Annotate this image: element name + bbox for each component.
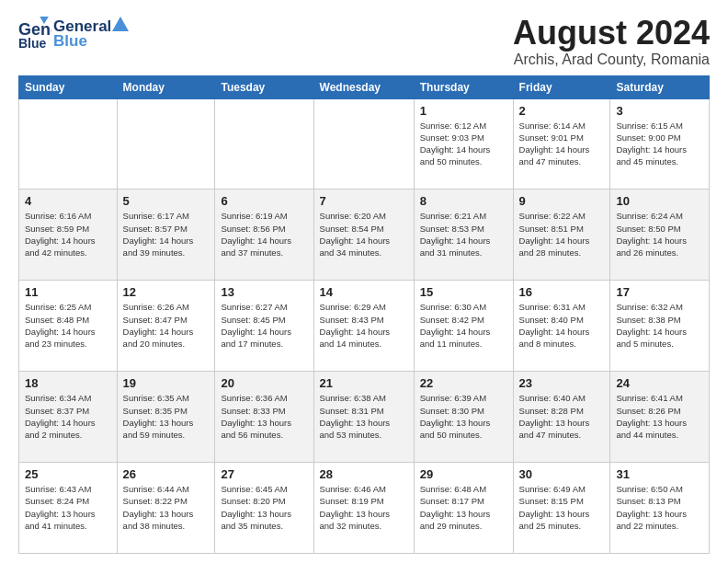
day-info: Sunrise: 6:12 AM Sunset: 9:03 PM Dayligh… (420, 120, 507, 168)
day-number: 30 (519, 467, 605, 481)
calendar-cell: 6Sunrise: 6:19 AM Sunset: 8:56 PM Daylig… (215, 190, 313, 281)
day-number: 29 (420, 467, 507, 481)
month-title: August 2024 (513, 15, 710, 52)
day-info: Sunrise: 6:36 AM Sunset: 8:33 PM Dayligh… (221, 392, 307, 441)
day-number: 13 (221, 285, 307, 299)
week-row-4: 18Sunrise: 6:34 AM Sunset: 8:37 PM Dayli… (19, 372, 710, 463)
day-number: 1 (420, 104, 507, 118)
location-title: Archis, Arad County, Romania (513, 52, 710, 68)
day-number: 3 (616, 104, 703, 118)
calendar-cell: 5Sunrise: 6:17 AM Sunset: 8:57 PM Daylig… (117, 190, 215, 281)
weekday-header-friday: Friday (513, 75, 610, 98)
day-number: 27 (221, 467, 307, 481)
week-row-3: 11Sunrise: 6:25 AM Sunset: 8:48 PM Dayli… (19, 281, 710, 372)
calendar-cell (117, 98, 215, 190)
calendar-cell: 17Sunrise: 6:32 AM Sunset: 8:38 PM Dayli… (610, 281, 710, 372)
week-row-5: 25Sunrise: 6:43 AM Sunset: 8:24 PM Dayli… (19, 463, 710, 554)
day-info: Sunrise: 6:40 AM Sunset: 8:28 PM Dayligh… (519, 392, 605, 441)
weekday-header-tuesday: Tuesday (215, 75, 313, 98)
day-info: Sunrise: 6:39 AM Sunset: 8:30 PM Dayligh… (420, 392, 507, 441)
day-number: 17 (616, 285, 703, 299)
calendar-cell: 18Sunrise: 6:34 AM Sunset: 8:37 PM Dayli… (19, 372, 118, 463)
calendar-cell: 27Sunrise: 6:45 AM Sunset: 8:20 PM Dayli… (215, 463, 313, 554)
day-info: Sunrise: 6:50 AM Sunset: 8:13 PM Dayligh… (616, 483, 703, 532)
week-row-2: 4Sunrise: 6:16 AM Sunset: 8:59 PM Daylig… (19, 190, 710, 281)
day-number: 18 (25, 376, 111, 390)
day-number: 7 (320, 194, 408, 208)
weekday-header-row: SundayMondayTuesdayWednesdayThursdayFrid… (19, 75, 710, 98)
day-info: Sunrise: 6:45 AM Sunset: 8:20 PM Dayligh… (221, 483, 307, 532)
day-number: 14 (320, 285, 408, 299)
weekday-header-saturday: Saturday (610, 75, 710, 98)
logo-icon: General Blue (18, 17, 51, 50)
weekday-header-monday: Monday (117, 75, 215, 98)
day-number: 12 (123, 285, 210, 299)
calendar-cell: 3Sunrise: 6:15 AM Sunset: 9:00 PM Daylig… (610, 98, 710, 190)
day-info: Sunrise: 6:34 AM Sunset: 8:37 PM Dayligh… (25, 392, 111, 441)
calendar-cell: 15Sunrise: 6:30 AM Sunset: 8:42 PM Dayli… (414, 281, 513, 372)
weekday-header-thursday: Thursday (414, 75, 513, 98)
day-info: Sunrise: 6:20 AM Sunset: 8:54 PM Dayligh… (320, 210, 408, 259)
day-number: 19 (123, 376, 210, 390)
calendar-cell: 23Sunrise: 6:40 AM Sunset: 8:28 PM Dayli… (513, 372, 610, 463)
day-info: Sunrise: 6:35 AM Sunset: 8:35 PM Dayligh… (123, 392, 210, 441)
calendar-cell: 2Sunrise: 6:14 AM Sunset: 9:01 PM Daylig… (513, 98, 610, 190)
calendar-cell (313, 98, 414, 190)
day-info: Sunrise: 6:46 AM Sunset: 8:19 PM Dayligh… (320, 483, 408, 532)
calendar-cell: 31Sunrise: 6:50 AM Sunset: 8:13 PM Dayli… (610, 463, 710, 554)
calendar-cell: 13Sunrise: 6:27 AM Sunset: 8:45 PM Dayli… (215, 281, 313, 372)
calendar-cell: 9Sunrise: 6:22 AM Sunset: 8:51 PM Daylig… (513, 190, 610, 281)
svg-text:Blue: Blue (18, 36, 47, 50)
weekday-header-sunday: Sunday (19, 75, 118, 98)
logo: General Blue General Blue (18, 15, 129, 53)
calendar-cell: 16Sunrise: 6:31 AM Sunset: 8:40 PM Dayli… (513, 281, 610, 372)
day-number: 21 (320, 376, 408, 390)
calendar-cell: 29Sunrise: 6:48 AM Sunset: 8:17 PM Dayli… (414, 463, 513, 554)
day-info: Sunrise: 6:31 AM Sunset: 8:40 PM Dayligh… (519, 301, 605, 350)
day-info: Sunrise: 6:30 AM Sunset: 8:42 PM Dayligh… (420, 301, 507, 350)
day-number: 16 (519, 285, 605, 299)
day-number: 31 (616, 467, 703, 481)
day-number: 11 (25, 285, 111, 299)
calendar-cell: 19Sunrise: 6:35 AM Sunset: 8:35 PM Dayli… (117, 372, 215, 463)
day-info: Sunrise: 6:25 AM Sunset: 8:48 PM Dayligh… (25, 301, 111, 350)
day-info: Sunrise: 6:38 AM Sunset: 8:31 PM Dayligh… (320, 392, 408, 441)
calendar-cell: 24Sunrise: 6:41 AM Sunset: 8:26 PM Dayli… (610, 372, 710, 463)
day-info: Sunrise: 6:14 AM Sunset: 9:01 PM Dayligh… (519, 120, 605, 168)
day-number: 20 (221, 376, 307, 390)
day-number: 10 (616, 194, 703, 208)
calendar-cell (19, 98, 118, 190)
day-number: 23 (519, 376, 605, 390)
calendar-cell: 1Sunrise: 6:12 AM Sunset: 9:03 PM Daylig… (414, 98, 513, 190)
day-info: Sunrise: 6:15 AM Sunset: 9:00 PM Dayligh… (616, 120, 703, 168)
day-number: 8 (420, 194, 507, 208)
calendar-cell (215, 98, 313, 190)
day-number: 15 (420, 285, 507, 299)
day-info: Sunrise: 6:16 AM Sunset: 8:59 PM Dayligh… (25, 210, 111, 259)
calendar-cell: 20Sunrise: 6:36 AM Sunset: 8:33 PM Dayli… (215, 372, 313, 463)
day-info: Sunrise: 6:49 AM Sunset: 8:15 PM Dayligh… (519, 483, 605, 532)
calendar-cell: 14Sunrise: 6:29 AM Sunset: 8:43 PM Dayli… (313, 281, 414, 372)
calendar-cell: 12Sunrise: 6:26 AM Sunset: 8:47 PM Dayli… (117, 281, 215, 372)
header: General Blue General Blue August 2024 Ar… (18, 15, 710, 68)
day-info: Sunrise: 6:32 AM Sunset: 8:38 PM Dayligh… (616, 301, 703, 350)
day-number: 6 (221, 194, 307, 208)
day-info: Sunrise: 6:21 AM Sunset: 8:53 PM Dayligh… (420, 210, 507, 259)
day-info: Sunrise: 6:24 AM Sunset: 8:50 PM Dayligh… (616, 210, 703, 259)
day-number: 26 (123, 467, 210, 481)
day-number: 24 (616, 376, 703, 390)
calendar-cell: 10Sunrise: 6:24 AM Sunset: 8:50 PM Dayli… (610, 190, 710, 281)
svg-marker-3 (112, 17, 129, 31)
day-info: Sunrise: 6:29 AM Sunset: 8:43 PM Dayligh… (320, 301, 408, 350)
logo-triangle-icon (112, 17, 129, 31)
day-number: 9 (519, 194, 605, 208)
calendar-cell: 11Sunrise: 6:25 AM Sunset: 8:48 PM Dayli… (19, 281, 118, 372)
calendar-cell: 8Sunrise: 6:21 AM Sunset: 8:53 PM Daylig… (414, 190, 513, 281)
day-number: 4 (25, 194, 111, 208)
day-number: 28 (320, 467, 408, 481)
calendar-cell: 26Sunrise: 6:44 AM Sunset: 8:22 PM Dayli… (117, 463, 215, 554)
calendar-cell: 21Sunrise: 6:38 AM Sunset: 8:31 PM Dayli… (313, 372, 414, 463)
day-info: Sunrise: 6:26 AM Sunset: 8:47 PM Dayligh… (123, 301, 210, 350)
calendar-table: SundayMondayTuesdayWednesdayThursdayFrid… (18, 75, 710, 554)
day-number: 22 (420, 376, 507, 390)
